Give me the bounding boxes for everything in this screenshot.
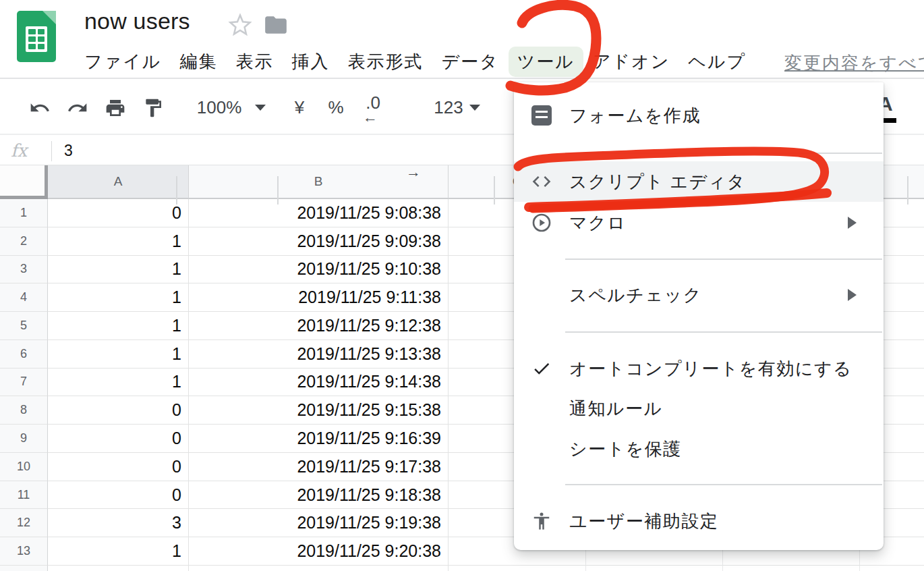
cell-B9[interactable]: 2019/11/25 9:16:39 [189,425,449,453]
menu-item-script-editor[interactable]: スクリプト エディタ [514,161,884,202]
play-circle-icon [530,211,553,234]
row-header-next[interactable] [0,566,48,571]
column-header-A[interactable]: A [48,165,189,199]
row-header-6[interactable]: 6 [0,340,48,369]
cell-A10[interactable]: 0 [48,453,189,481]
sheets-logo-icon [17,11,56,62]
menubar-item-edit[interactable]: 編集 [179,50,217,74]
menu-item-notification-rules[interactable]: 通知ルール [514,388,884,429]
cell-B8[interactable]: 2019/11/25 9:15:38 [189,396,449,425]
cell-B6[interactable]: 2019/11/25 9:13:38 [189,340,449,369]
menu-item-label: ユーザー補助設定 [569,510,718,533]
accessibility-icon [530,510,553,533]
menu-item-macros[interactable]: マクロ [514,202,884,244]
cell-A4[interactable]: 1 [48,283,189,312]
menu-separator [565,153,882,154]
row-header-5[interactable]: 5 [0,312,48,340]
menu-item-protect-sheet[interactable]: シートを保護 [514,429,884,469]
menu-item-create-form[interactable]: フォームを作成 [514,96,884,135]
menubar-item-view[interactable]: 表示 [235,50,273,74]
menubar-item-insert[interactable]: 挿入 [291,50,329,74]
format-percent-button[interactable]: % [322,80,349,135]
cell-B7[interactable]: 2019/11/25 9:14:38 [189,369,449,397]
submenu-arrow-icon [848,289,857,301]
menu-item-accessibility-settings[interactable]: ユーザー補助設定 [514,501,884,541]
row-header-11[interactable]: 11 [0,481,48,510]
menu-item-label: 通知ルール [569,397,663,420]
menu-item-label: スペルチェック [569,283,702,307]
redo-button[interactable] [62,80,93,135]
cell-B13[interactable]: 2019/11/25 9:20:38 [189,537,449,566]
print-button[interactable] [100,80,131,135]
row-header-9[interactable]: 9 [0,425,48,453]
cell-B3[interactable]: 2019/11/25 9:10:38 [189,256,449,284]
tools-dropdown-menu: フォームを作成スクリプト エディタマクロスペルチェックオートコンプリートを有効に… [514,82,884,550]
save-status-link[interactable]: 変更内容をすべて [784,51,924,75]
cell-A3[interactable]: 1 [48,256,189,284]
formula-input[interactable]: 3 [64,142,73,160]
menu-item-enable-autocomplete[interactable]: オートコンプリートを有効にする [514,349,884,388]
cell-A1[interactable]: 0 [48,199,189,227]
cell-empty[interactable] [860,566,924,571]
logo-table-glyph [26,26,47,52]
cell-A2[interactable]: 1 [48,227,189,256]
menubar-item-data[interactable]: データ [441,50,498,74]
menu-item-label: シートを保護 [569,437,682,461]
menu-item-label: スクリプト エディタ [569,170,746,194]
row-header-4[interactable]: 4 [0,283,48,312]
star-icon[interactable] [225,11,255,40]
submenu-arrow-icon [848,217,857,229]
cell-B1[interactable]: 2019/11/25 9:08:38 [189,199,449,227]
row-header-13[interactable]: 13 [0,537,48,566]
row-header-10[interactable]: 10 [0,453,48,481]
more-formats-caret-icon[interactable] [467,80,483,135]
menu-item-label: マクロ [569,211,626,235]
document-title[interactable]: now users [84,8,190,34]
menubar-item-tools[interactable]: ツール [509,47,583,77]
cell-B12[interactable]: 2019/11/25 9:19:38 [189,509,449,537]
cell-A[interactable] [48,566,189,571]
cell-A12[interactable]: 3 [48,509,189,537]
more-formats-button[interactable]: 123 [429,80,468,135]
cell-empty[interactable] [449,566,586,571]
row-header-3[interactable]: 3 [0,256,48,284]
cell-A7[interactable]: 1 [48,369,189,397]
cell-A11[interactable]: 0 [48,481,189,510]
cell-empty[interactable] [586,566,723,571]
toolbar-divider [277,176,279,205]
cell-empty[interactable] [723,566,860,571]
decrease-decimal-button[interactable]: .0 ← [359,80,387,135]
toolbar-divider [176,176,177,205]
cell-A5[interactable]: 1 [48,312,189,340]
cell-B10[interactable]: 2019/11/25 9:17:38 [189,453,449,481]
menubar-item-addons[interactable]: アドオン [593,50,670,74]
cell-A6[interactable]: 1 [48,340,189,369]
cell-A8[interactable]: 0 [48,396,189,425]
row-header-2[interactable]: 2 [0,227,48,256]
cell-B5[interactable]: 2019/11/25 9:12:38 [189,312,449,340]
cell-B2[interactable]: 2019/11/25 9:09:38 [189,227,449,256]
zoom-caret-icon[interactable] [252,80,268,135]
menubar-item-format[interactable]: 表示形式 [347,50,423,74]
menu-item-spell-check[interactable]: スペルチェック [514,275,884,315]
cell-A9[interactable]: 0 [48,425,189,453]
undo-button[interactable] [24,80,55,135]
format-currency-button[interactable]: ¥ [286,80,313,135]
row-header-7[interactable]: 7 [0,369,48,397]
cell-B11[interactable]: 2019/11/25 9:18:38 [189,481,449,510]
menu-icon-empty [530,437,553,460]
cell-A13[interactable]: 1 [48,537,189,566]
cell-B4[interactable]: 2019/11/25 9:11:38 [189,283,449,312]
row-header-1[interactable]: 1 [0,199,48,227]
row-header-12[interactable]: 12 [0,509,48,537]
menubar-item-file[interactable]: ファイル [84,50,161,74]
move-folder-icon[interactable] [262,12,291,39]
arrow-left-icon: ← [363,109,378,126]
formula-bar-divider [51,141,52,161]
row-header-8[interactable]: 8 [0,396,48,425]
select-all-corner[interactable] [0,165,48,199]
cell-B[interactable] [189,566,449,571]
menubar-item-help[interactable]: ヘルプ [688,50,746,74]
paint-format-button[interactable] [138,80,169,135]
zoom-select[interactable]: 100% [190,80,248,135]
